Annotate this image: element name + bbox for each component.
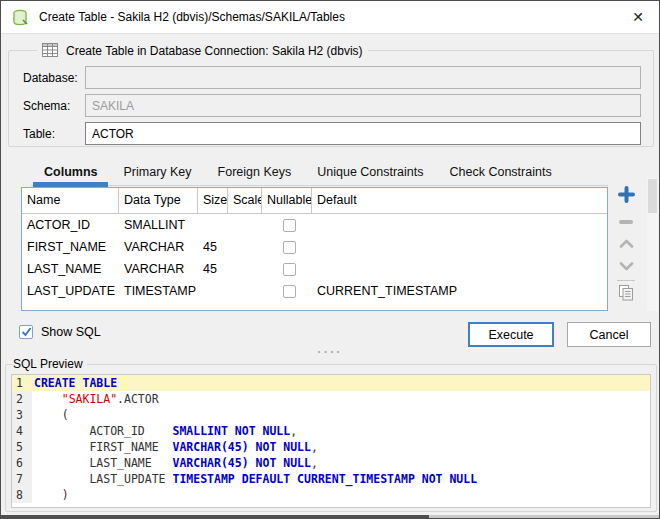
clipped-button[interactable] bbox=[614, 306, 638, 313]
cell[interactable]: 45 bbox=[198, 240, 228, 254]
tab-columns[interactable]: Columns bbox=[31, 159, 110, 185]
sql-code: ( bbox=[32, 407, 650, 423]
cell[interactable] bbox=[262, 285, 312, 298]
sql-line: 5 FIRST_NAME VARCHAR(45) NOT NULL, bbox=[12, 439, 650, 455]
sql-code: ) bbox=[32, 487, 650, 503]
cell[interactable]: CURRENT_TIMESTAMP bbox=[312, 284, 607, 298]
close-icon[interactable]: ✕ bbox=[617, 1, 659, 33]
line-number: 6 bbox=[12, 455, 32, 471]
grid-toolbar bbox=[612, 185, 640, 313]
table-label: Table: bbox=[23, 127, 85, 141]
chevron-down-icon bbox=[619, 257, 634, 275]
cell[interactable]: LAST_NAME bbox=[22, 262, 119, 276]
sql-token: , bbox=[290, 424, 297, 438]
table-row[interactable]: FIRST_NAMEVARCHAR45 bbox=[22, 236, 607, 258]
sql-token: ACTOR_ID bbox=[34, 424, 172, 438]
move-down-button[interactable] bbox=[614, 254, 638, 277]
line-number: 8 bbox=[12, 487, 32, 503]
background-window-edge bbox=[1, 515, 429, 518]
nullable-checkbox[interactable] bbox=[283, 285, 296, 298]
sql-code: CREATE TABLE bbox=[32, 375, 650, 391]
column-header-default[interactable]: Default bbox=[312, 188, 607, 213]
columns-grid[interactable]: NameData TypeSizeScaleNullableDefault AC… bbox=[21, 187, 608, 311]
move-up-button[interactable] bbox=[614, 231, 638, 254]
cell[interactable]: 45 bbox=[198, 262, 228, 276]
cell[interactable]: ACTOR_ID bbox=[22, 218, 119, 232]
cell[interactable]: VARCHAR bbox=[119, 240, 198, 254]
database-label: Database: bbox=[23, 71, 85, 85]
sql-line: 6 LAST_NAME VARCHAR(45) NOT NULL, bbox=[12, 455, 650, 471]
connection-fields: Database:Schema:Table: bbox=[23, 66, 641, 145]
sql-preview-groupbox: SQL Preview 1CREATE TABLE2 "SAKILA".ACTO… bbox=[5, 357, 657, 512]
database-field[interactable] bbox=[85, 66, 641, 89]
table-row[interactable]: LAST_NAMEVARCHAR45 bbox=[22, 258, 607, 280]
window-title: Create Table - Sakila H2 (dbvis)/Schemas… bbox=[39, 1, 345, 33]
tab-primary-key[interactable]: Primary Key bbox=[110, 159, 204, 185]
sql-token: VARCHAR(45) NOT NULL bbox=[172, 456, 310, 470]
schema-label: Schema: bbox=[23, 99, 85, 113]
sql-code: LAST_NAME VARCHAR(45) NOT NULL, bbox=[32, 455, 650, 471]
grid-scrollbar[interactable] bbox=[647, 178, 658, 311]
line-number: 4 bbox=[12, 423, 32, 439]
tab-unique-constraints[interactable]: Unique Constraints bbox=[304, 159, 436, 185]
sql-token: ( bbox=[34, 408, 69, 422]
cell[interactable]: SMALLINT bbox=[119, 218, 198, 232]
schema-field[interactable] bbox=[85, 94, 641, 117]
copy-column-button[interactable] bbox=[614, 283, 638, 306]
columns-grid-header: NameData TypeSizeScaleNullableDefault bbox=[22, 188, 607, 214]
show-sql-label: Show SQL bbox=[41, 325, 101, 339]
field-row-table: Table: bbox=[23, 122, 641, 145]
nullable-checkbox[interactable] bbox=[283, 219, 296, 232]
column-header-name[interactable]: Name bbox=[22, 188, 119, 213]
table-editor-tabs: ColumnsPrimary KeyForeign KeysUnique Con… bbox=[31, 159, 608, 186]
connection-groupbox: Create Table in Database Connection: Sak… bbox=[8, 43, 654, 147]
cell[interactable]: TIMESTAMP bbox=[119, 284, 198, 298]
line-number: 2 bbox=[12, 391, 32, 407]
show-sql-checkbox[interactable]: Show SQL bbox=[19, 325, 101, 339]
sql-line: 7 LAST_UPDATE TIMESTAMP DEFAULT CURRENT_… bbox=[12, 471, 650, 487]
sql-token: , bbox=[311, 456, 318, 470]
plus-icon bbox=[618, 186, 635, 207]
cell[interactable] bbox=[262, 241, 312, 254]
background-window-edge-light bbox=[429, 515, 659, 518]
table-row[interactable]: ACTOR_IDSMALLINT bbox=[22, 214, 607, 236]
remove-column-button[interactable] bbox=[614, 208, 638, 231]
cell[interactable]: LAST_UPDATE bbox=[22, 284, 119, 298]
sql-preview-editor: 1CREATE TABLE2 "SAKILA".ACTOR3 (4 ACTOR_… bbox=[11, 374, 651, 508]
checkbox-check-icon bbox=[19, 325, 33, 339]
minus-icon bbox=[618, 211, 634, 229]
column-header-nullable[interactable]: Nullable bbox=[262, 188, 312, 213]
sql-line: 2 "SAKILA".ACTOR bbox=[12, 391, 650, 407]
cancel-button[interactable]: Cancel bbox=[567, 322, 651, 347]
execute-button[interactable]: Execute bbox=[468, 322, 554, 347]
table-row[interactable]: LAST_UPDATETIMESTAMPCURRENT_TIMESTAMP bbox=[22, 280, 607, 302]
partial-icon bbox=[619, 309, 633, 314]
splitter-handle[interactable]: ···· bbox=[1, 347, 659, 357]
sql-line: 4 ACTOR_ID SMALLINT NOT NULL, bbox=[12, 423, 650, 439]
table-field[interactable] bbox=[85, 122, 641, 145]
nullable-checkbox[interactable] bbox=[283, 263, 296, 276]
database-icon bbox=[12, 9, 30, 27]
window-titlebar[interactable]: Create Table - Sakila H2 (dbvis)/Schemas… bbox=[1, 1, 659, 34]
sql-line: 3 ( bbox=[12, 407, 650, 423]
cell[interactable]: VARCHAR bbox=[119, 262, 198, 276]
sql-token: ) bbox=[34, 488, 69, 502]
grid-scrollbar-thumb[interactable] bbox=[648, 179, 657, 213]
sql-token: CREATE TABLE bbox=[34, 376, 117, 390]
sql-token: LAST_UPDATE bbox=[34, 472, 172, 486]
tab-check-constraints[interactable]: Check Constraints bbox=[437, 159, 565, 185]
sql-preview-label: SQL Preview bbox=[13, 357, 87, 371]
sql-line: 1CREATE TABLE bbox=[12, 375, 650, 391]
nullable-checkbox[interactable] bbox=[283, 241, 296, 254]
column-header-data-type[interactable]: Data Type bbox=[119, 188, 198, 213]
create-table-dialog: Create Table - Sakila H2 (dbvis)/Schemas… bbox=[0, 0, 660, 519]
cell[interactable] bbox=[262, 219, 312, 232]
tab-foreign-keys[interactable]: Foreign Keys bbox=[205, 159, 305, 185]
column-header-scale[interactable]: Scale bbox=[228, 188, 262, 213]
sql-token: FIRST_NAME bbox=[34, 440, 172, 454]
cell[interactable] bbox=[262, 263, 312, 276]
column-header-size[interactable]: Size bbox=[198, 188, 228, 213]
add-column-button[interactable] bbox=[614, 185, 638, 208]
field-row-schema: Schema: bbox=[23, 94, 641, 117]
cell[interactable]: FIRST_NAME bbox=[22, 240, 119, 254]
